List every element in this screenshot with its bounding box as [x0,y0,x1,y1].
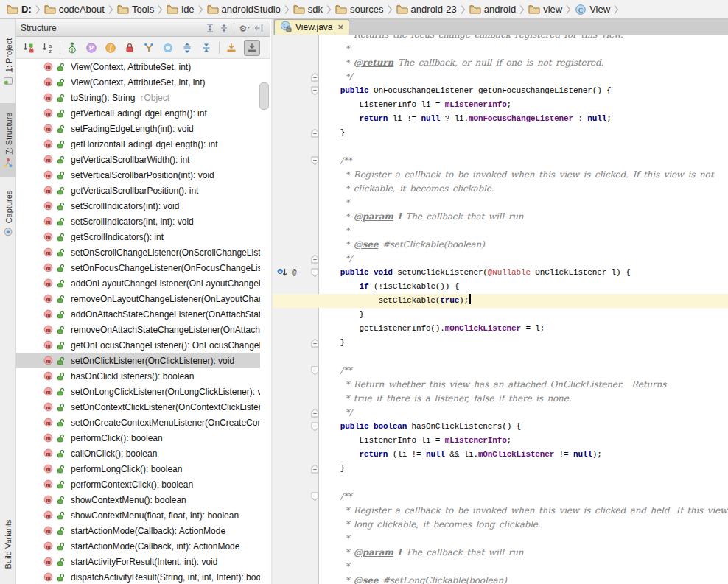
structure-item[interactable]: mgetOnFocusChangeListener(): OnFocusChan… [16,337,260,353]
show-properties-button[interactable]: P [85,41,98,54]
structure-item[interactable]: mdispatchActivityResult(String, int, int… [16,569,260,584]
stripe-button--project[interactable]: 1: Project [0,22,16,102]
breadcrumb-item-view[interactable]: CView [573,3,612,16]
class-readonly-icon: C [280,21,292,35]
method-icon: m [43,541,53,551]
stripe-button-build-variants[interactable]: Build Variants [0,505,16,583]
structure-item[interactable]: mgetVerticalFadingEdgeLength(): int [16,105,260,121]
structure-item[interactable]: mperformClick(): boolean [16,430,260,446]
fold-marker-up[interactable] [311,408,319,418]
expand-all-button[interactable] [181,41,194,54]
expand-all-icon[interactable] [203,21,217,35]
tab-close-icon[interactable]: × [337,24,343,31]
structure-item[interactable]: mremoveOnAttachStateChangeListener(OnAtt… [16,322,260,337]
structure-item[interactable]: maddOnLayoutChangeListener(OnLayoutChang… [16,275,260,291]
structure-item[interactable]: mView(Context, AttributeSet, int, int) [16,74,260,90]
breadcrumb-chevron-icon [566,4,571,15]
method-icon: m [43,232,53,242]
fold-marker-down[interactable] [311,492,319,502]
svg-text:⚙: ⚙ [239,23,247,33]
structure-item[interactable]: msetOnContextClickListener(OnContextClic… [16,399,260,415]
breadcrumb-item-android[interactable]: android [468,3,517,15]
structure-item[interactable]: msetScrollIndicators(int): void [16,198,260,214]
fold-marker-down[interactable] [311,422,319,432]
settings-gear-icon[interactable]: ⚙ [237,21,251,35]
breadcrumb-chevron-icon [108,4,113,15]
breadcrumb-item-codeabout[interactable]: codeAbout [43,3,106,15]
public-unlock-icon [57,480,66,489]
breadcrumb-item-view[interactable]: view [527,3,564,15]
structure-item[interactable]: msetOnFocusChangeListener(OnFocusChangeL… [16,260,260,275]
stripe-button-captures[interactable]: Captures [0,180,16,247]
svg-text:m: m [46,141,50,148]
stripe-button--structure[interactable]: 7: Structure [0,103,16,177]
code-line: ListenerInfo li = mListenerInfo; [321,434,511,448]
fold-marker-down[interactable] [311,268,319,278]
structure-item[interactable]: msetVerticalScrollbarPosition(int): void [16,167,260,183]
fold-marker-down[interactable] [311,86,319,96]
breadcrumb-item-androidstudio[interactable]: androidStudio [206,3,282,15]
collapse-all-icon[interactable] [217,21,231,35]
editor-body[interactable]: * Returns the focus change callback regi… [273,35,728,584]
structure-item[interactable]: msetScrollIndicators(int, int): void [16,214,260,229]
fold-marker-down[interactable] [311,366,319,376]
fold-marker-down[interactable] [311,156,319,166]
structure-item[interactable]: mgetScrollIndicators(): int [16,229,260,244]
structure-item-label: dispatchActivityResult(String, int, int,… [71,572,260,583]
autoscroll-from-source-button[interactable] [244,40,260,56]
structure-item[interactable]: msetOnClickListener(OnClickListener): vo… [16,353,260,368]
breadcrumb-chevron-icon [284,4,290,15]
structure-item[interactable]: mstartActionMode(Callback, int): ActionM… [16,538,260,554]
structure-item[interactable]: mstartActivityForResult(Intent, int): vo… [16,554,260,569]
structure-item[interactable]: mgetVerticalScrollbarWidth(): int [16,152,260,167]
structure-item[interactable]: msetOnCreateContextMenuListener(OnCreate… [16,415,260,430]
structure-item[interactable]: msetFadingEdgeLength(int): void [16,121,260,136]
structure-item[interactable]: mtoString(): String↑Object [16,90,260,105]
structure-item[interactable]: mView(Context, AttributeSet, int) [16,59,260,74]
show-anonymous-classes-button[interactable] [142,41,155,54]
code-area[interactable]: * Returns the focus change callback regi… [321,35,728,584]
external-annotation-marker-icon[interactable]: @ [292,268,297,277]
autoscroll-to-source-button[interactable] [225,41,238,54]
show-fields-button[interactable]: f [104,41,117,54]
structure-item[interactable]: msetOnScrollChangeListener(OnScrollChang… [16,244,260,260]
public-unlock-icon [57,63,66,71]
fold-marker-up[interactable] [311,338,319,348]
structure-item-label: setScrollIndicators(int, int): void [71,217,194,227]
hide-panel-icon[interactable] [251,21,265,35]
breadcrumb-item-tools[interactable]: Tools [116,3,155,15]
structure-item[interactable]: mcallOnClick(): boolean [16,446,260,461]
breadcrumb-item-sdk[interactable]: sdk [292,3,324,15]
structure-item[interactable]: mperformContextClick(): boolean [16,476,260,492]
sort-alphabetically-button[interactable]: az [41,41,54,54]
structure-item[interactable]: mperformLongClick(): boolean [16,461,260,476]
breadcrumb-item-android-23[interactable]: android-23 [395,3,458,15]
tab-view-java[interactable]: C View.java × [274,19,349,35]
structure-item[interactable]: mremoveOnLayoutChangeListener(OnLayoutCh… [16,291,260,306]
show-non-public-button[interactable] [123,41,136,54]
structure-item[interactable]: mgetHorizontalFadingEdgeLength(): int [16,136,260,152]
breadcrumb-item-d[interactable]: D: [5,3,33,15]
fold-marker-up[interactable] [311,72,319,82]
structure-item[interactable]: maddOnAttachStateChangeListener(OnAttach… [16,306,260,322]
structure-item[interactable]: mstartActionMode(Callback): ActionMode [16,523,260,538]
show-lambdas-button[interactable] [161,41,175,54]
structure-item[interactable]: mgetVerticalScrollbarPosition(): int [16,183,260,198]
fold-marker-up[interactable] [311,254,319,264]
structure-item[interactable]: mshowContextMenu(): boolean [16,492,260,507]
sort-by-visibility-button[interactable] [21,41,35,54]
svg-text:m: m [46,420,50,426]
fold-marker-up[interactable] [311,464,319,474]
structure-item[interactable]: mhasOnClickListeners(): boolean [16,368,260,384]
structure-scrollbar-thumb[interactable] [259,82,269,110]
breadcrumb-item-sources[interactable]: sources [334,3,385,15]
structure-item-label: getScrollIndicators(): int [71,232,164,242]
code-line: public void setOnClickListener(@Nullable… [321,266,630,280]
breadcrumb-item-ide[interactable]: ide [165,3,195,15]
fold-marker-up[interactable] [311,128,319,138]
show-inherited-button[interactable]: i [66,41,79,54]
collapse-all-button[interactable] [200,41,213,54]
structure-item[interactable]: msetOnLongClickListener(OnLongClickListe… [16,384,260,399]
overridden-method-marker-icon[interactable]: o [277,268,288,278]
structure-item[interactable]: mshowContextMenu(float, float, int): boo… [16,507,260,523]
